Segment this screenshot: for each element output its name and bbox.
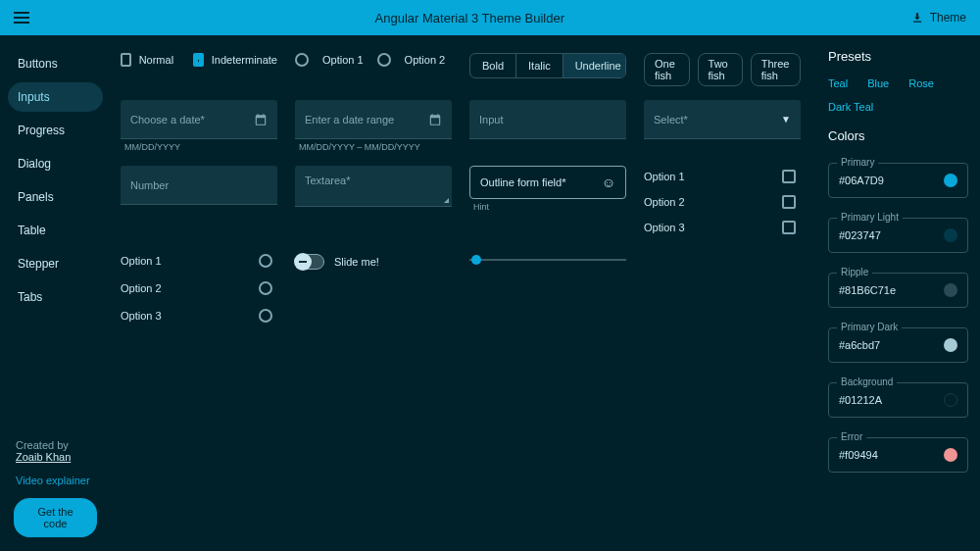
sidebar-item-panels[interactable]: Panels xyxy=(8,182,103,212)
slide-toggle-label: Slide me! xyxy=(334,256,379,268)
radio-label: Option 3 xyxy=(121,310,162,322)
download-icon xyxy=(910,11,924,25)
color-value: #06A7D9 xyxy=(839,175,884,186)
check-label: Option 1 xyxy=(644,171,685,182)
radio-list-opt1[interactable] xyxy=(259,254,272,268)
checkbox-opt2[interactable] xyxy=(782,195,796,209)
toggle-bold[interactable]: Bold xyxy=(470,54,516,77)
sidebar-item-inputs[interactable]: Inputs xyxy=(8,82,103,112)
radio-label: Option 2 xyxy=(121,282,162,294)
presets-row: Teal Blue Rose xyxy=(828,77,968,89)
preset-dark-teal[interactable]: Dark Teal xyxy=(828,101,968,113)
outline-label: Outline form field* xyxy=(480,176,565,188)
checkbox-normal-label: Normal xyxy=(139,54,173,66)
chip-one[interactable]: One fish xyxy=(644,53,690,86)
theme-label: Theme xyxy=(930,11,966,25)
color-background[interactable]: Background #01212A xyxy=(828,382,968,418)
textarea-field[interactable]: Textarea* xyxy=(295,166,452,207)
color-swatch[interactable] xyxy=(944,174,957,187)
color-primary[interactable]: Primary #06A7D9 xyxy=(828,163,968,198)
radio-label: Option 1 xyxy=(121,255,162,267)
color-swatch[interactable] xyxy=(944,393,957,407)
slide-toggle[interactable] xyxy=(295,254,324,270)
color-value: #023747 xyxy=(839,229,881,241)
list-item: Option 1 xyxy=(644,170,796,183)
color-error[interactable]: Error #f09494 xyxy=(828,437,968,473)
color-label: Error xyxy=(837,431,866,442)
slider[interactable] xyxy=(469,254,626,266)
checkbox-normal[interactable] xyxy=(121,53,131,67)
preset-teal[interactable]: Teal xyxy=(828,77,848,89)
color-primary-light[interactable]: Primary Light #023747 xyxy=(828,218,968,253)
input-label: Input xyxy=(479,114,503,125)
radio-option2-label: Option 2 xyxy=(405,54,446,66)
toggle-italic[interactable]: Italic xyxy=(516,54,564,77)
date-field-label: Choose a date* xyxy=(130,114,205,125)
toggle-underline[interactable]: Underline xyxy=(564,54,626,77)
main-content: Normal Indeterminate Option 1 Option 2 B… xyxy=(111,35,816,551)
color-swatch[interactable] xyxy=(944,338,957,352)
check-label: Option 2 xyxy=(644,196,685,208)
color-label: Primary xyxy=(837,157,878,168)
color-swatch[interactable] xyxy=(944,228,957,242)
color-primary-dark[interactable]: Primary Dark #a6cbd7 xyxy=(828,327,968,363)
radio-list-opt3[interactable] xyxy=(259,309,272,323)
preset-blue[interactable]: Blue xyxy=(867,77,889,89)
check-label: Option 3 xyxy=(644,222,685,233)
checkbox-opt1[interactable] xyxy=(782,170,796,183)
slide-toggle-group: Slide me! xyxy=(295,254,452,270)
radio-option2[interactable] xyxy=(377,53,391,67)
color-value: #f09494 xyxy=(839,449,878,461)
calendar-icon[interactable] xyxy=(254,113,268,126)
list-item: Option 2 xyxy=(121,281,272,295)
color-label: Background xyxy=(837,376,897,387)
preset-rose[interactable]: Rose xyxy=(908,77,934,89)
date-range-label: Enter a date range xyxy=(305,114,394,125)
number-field[interactable]: Number xyxy=(121,166,277,205)
chip-three[interactable]: Three fish xyxy=(751,53,801,86)
video-explainer-link[interactable]: Video explainer xyxy=(16,475,95,486)
topbar: Angular Material 3 Theme Builder Theme xyxy=(0,0,980,35)
input-field[interactable]: Input xyxy=(469,100,626,139)
sidebar-item-progress[interactable]: Progress xyxy=(8,116,103,145)
resize-handle-icon[interactable] xyxy=(444,198,449,203)
color-swatch[interactable] xyxy=(944,283,957,297)
radio-option1[interactable] xyxy=(295,53,309,67)
date-range-hint: MM/DD/YYYY – MM/DD/YYYY xyxy=(299,142,448,152)
radio-option1-label: Option 1 xyxy=(322,54,364,66)
page-title: Angular Material 3 Theme Builder xyxy=(29,11,910,25)
color-value: #01212A xyxy=(839,394,882,406)
colors-heading: Colors xyxy=(828,128,968,143)
list-item: Option 1 xyxy=(121,254,272,268)
download-theme-button[interactable]: Theme xyxy=(910,11,966,25)
sidebar-item-dialog[interactable]: Dialog xyxy=(8,149,103,178)
radio-list: Option 1 Option 2 Option 3 xyxy=(121,254,277,323)
checkbox-list: Option 1 Option 2 Option 3 xyxy=(644,170,801,234)
date-range-field[interactable]: Enter a date range xyxy=(295,100,452,139)
chip-two[interactable]: Two fish xyxy=(698,53,743,86)
checkbox-normal-group: Normal Indeterminate xyxy=(121,53,277,67)
list-item: Option 3 xyxy=(121,309,272,323)
calendar-icon[interactable] xyxy=(428,113,442,126)
checkbox-opt3[interactable] xyxy=(782,221,796,234)
footer-credit: Created by Zoaib Khan xyxy=(16,439,95,463)
sidebar-item-tabs[interactable]: Tabs xyxy=(8,282,103,312)
sidebar-item-table[interactable]: Table xyxy=(8,216,103,245)
radio-list-opt2[interactable] xyxy=(259,281,272,295)
sidebar-item-buttons[interactable]: Buttons xyxy=(8,49,103,78)
sidebar-item-stepper[interactable]: Stepper xyxy=(8,249,103,278)
author-link[interactable]: Zoaib Khan xyxy=(16,451,71,463)
get-code-button[interactable]: Get the code xyxy=(14,498,97,537)
color-ripple[interactable]: Ripple #81B6C71e xyxy=(828,273,968,308)
color-swatch[interactable] xyxy=(944,448,957,462)
select-field[interactable]: Select* ▼ xyxy=(644,100,801,139)
date-field[interactable]: Choose a date* xyxy=(121,100,277,139)
date-hint: MM/DD/YYYY xyxy=(124,142,273,152)
outline-hint: Hint xyxy=(473,202,622,212)
checkbox-indeterminate[interactable] xyxy=(193,53,204,67)
menu-icon[interactable] xyxy=(14,12,29,24)
sidebar: Buttons Inputs Progress Dialog Panels Ta… xyxy=(0,35,111,551)
list-item: Option 3 xyxy=(644,221,796,234)
outline-field[interactable]: Outline form field* ☺ xyxy=(469,166,626,199)
smile-icon[interactable]: ☺ xyxy=(602,175,615,190)
